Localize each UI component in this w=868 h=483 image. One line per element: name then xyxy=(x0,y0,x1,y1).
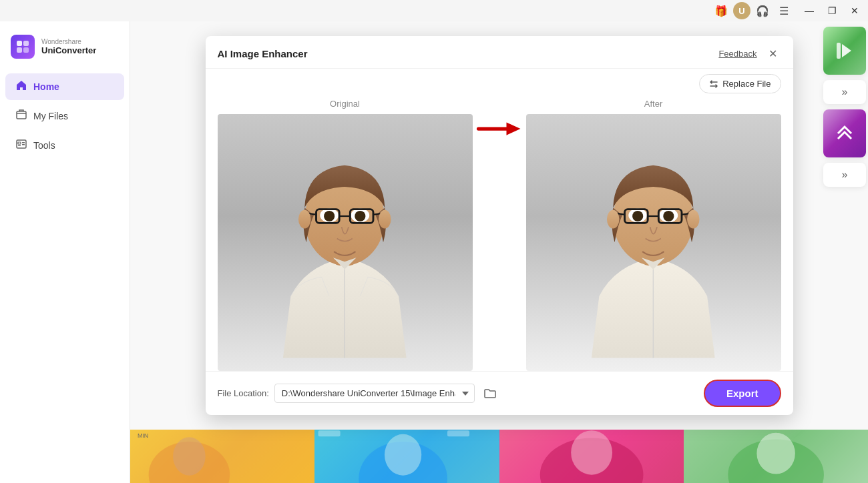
original-section: Original xyxy=(218,99,473,371)
replace-file-label: Replace File xyxy=(722,79,771,89)
after-label: After xyxy=(644,99,662,109)
after-person-svg xyxy=(558,127,749,358)
replace-icon xyxy=(709,79,718,89)
footer-left: File Location: D:\Wondershare UniConvert… xyxy=(218,384,696,404)
svg-rect-3 xyxy=(23,47,29,53)
svg-rect-9 xyxy=(22,144,25,145)
dialog-header-right: Feedback ✕ xyxy=(718,45,781,61)
svg-point-31 xyxy=(632,211,643,221)
feedback-link[interactable]: Feedback xyxy=(718,49,756,59)
svg-rect-7 xyxy=(18,145,21,146)
svg-rect-49 xyxy=(447,430,469,436)
thumbnails-strip: MIN xyxy=(130,430,868,483)
dialog-close-button[interactable]: ✕ xyxy=(765,45,781,61)
svg-point-55 xyxy=(756,433,795,474)
menu-icon[interactable]: ☰ xyxy=(775,1,793,20)
svg-rect-48 xyxy=(318,430,341,436)
svg-point-17 xyxy=(355,211,366,221)
after-photo-bg xyxy=(526,114,781,371)
svg-rect-2 xyxy=(17,47,22,53)
svg-point-47 xyxy=(385,434,421,476)
thumbnail-3[interactable] xyxy=(499,430,684,483)
gift-icon[interactable]: 🎁 xyxy=(712,1,730,20)
logo-brand: Wondershare xyxy=(41,38,96,45)
sidebar-item-tools[interactable]: Tools xyxy=(5,132,124,159)
title-bar-icons: 🎁 U 🎧 ☰ xyxy=(712,1,793,20)
thumbnail-2[interactable] xyxy=(314,430,499,483)
title-bar: 🎁 U 🎧 ☰ — ❐ ✕ xyxy=(0,0,868,21)
app-container: Wondershare UniConverter Home My Files T… xyxy=(0,21,868,483)
svg-point-32 xyxy=(664,211,674,221)
close-button[interactable]: ✕ xyxy=(844,1,865,20)
original-person-svg xyxy=(249,127,441,358)
logo-product: UniConverter xyxy=(41,45,96,55)
my-files-icon xyxy=(16,109,27,123)
sidebar-item-tools-label: Tools xyxy=(33,140,55,151)
svg-rect-6 xyxy=(18,142,21,144)
svg-point-38 xyxy=(607,210,619,229)
maximize-button[interactable]: ❐ xyxy=(821,1,843,20)
svg-rect-4 xyxy=(17,111,26,119)
after-section: After xyxy=(526,99,781,371)
folder-browse-button[interactable] xyxy=(480,384,500,404)
logo-icon xyxy=(11,35,35,59)
logo-area: Wondershare UniConverter xyxy=(0,27,130,72)
sidebar-item-my-files[interactable]: My Files xyxy=(5,103,124,129)
logo-text: Wondershare UniConverter xyxy=(41,38,96,55)
dialog-header: AI Image Enhancer Feedback ✕ xyxy=(206,36,793,69)
dialog-title: AI Image Enhancer xyxy=(218,48,308,59)
comparison-arrow xyxy=(473,119,526,139)
svg-point-16 xyxy=(324,211,335,221)
svg-point-23 xyxy=(298,210,310,229)
file-location-select[interactable]: D:\Wondershare UniConverter 15\Image Enh… xyxy=(274,384,475,403)
thumbnail-1[interactable]: MIN xyxy=(130,430,314,483)
main-content: » » AI Image Enhancer Feedback ✕ xyxy=(130,21,868,483)
user-avatar-icon[interactable]: U xyxy=(733,2,750,19)
sidebar-item-home-label: Home xyxy=(33,81,59,92)
original-image xyxy=(218,114,473,371)
svg-point-43 xyxy=(173,437,206,475)
svg-point-24 xyxy=(379,210,391,229)
dialog-footer: File Location: D:\Wondershare UniConvert… xyxy=(206,371,793,415)
svg-point-39 xyxy=(687,210,699,229)
file-location-label: File Location: xyxy=(218,388,269,398)
red-arrow-svg xyxy=(476,119,523,139)
ai-image-enhancer-dialog: AI Image Enhancer Feedback ✕ Replace Fil… xyxy=(206,36,793,415)
svg-rect-8 xyxy=(22,142,25,143)
after-image xyxy=(526,114,781,371)
headphone-icon[interactable]: 🎧 xyxy=(753,1,772,20)
svg-rect-1 xyxy=(23,41,29,46)
replace-file-button[interactable]: Replace File xyxy=(699,74,781,93)
thumbnail-4[interactable] xyxy=(684,430,868,483)
dialog-overlay: AI Image Enhancer Feedback ✕ Replace Fil… xyxy=(130,21,868,430)
export-button[interactable]: Export xyxy=(704,380,781,407)
svg-rect-0 xyxy=(17,41,22,46)
sidebar: Wondershare UniConverter Home My Files T… xyxy=(0,21,130,483)
home-icon xyxy=(16,80,27,93)
window-controls: — ❐ ✕ xyxy=(799,1,865,20)
original-label: Original xyxy=(330,99,360,109)
svg-text:MIN: MIN xyxy=(138,432,148,439)
sidebar-item-home[interactable]: Home xyxy=(5,73,124,100)
sidebar-item-my-files-label: My Files xyxy=(33,111,68,121)
tools-icon xyxy=(16,139,27,152)
original-photo-bg xyxy=(218,114,473,371)
minimize-button[interactable]: — xyxy=(799,1,820,20)
dialog-toolbar: Replace File xyxy=(206,69,793,99)
comparison-area: Original xyxy=(206,99,793,371)
svg-point-52 xyxy=(571,430,612,474)
